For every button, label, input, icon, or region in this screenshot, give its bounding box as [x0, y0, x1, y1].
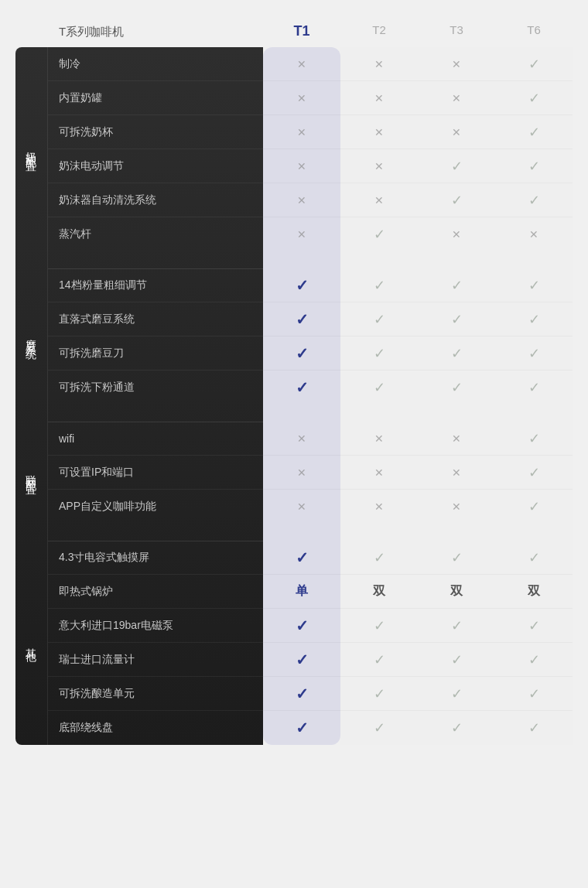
- cell-2-0-3: ✓: [495, 422, 573, 456]
- group-0: 奶沫配置制冷内置奶罐可拆洗奶杯奶沫电动调节奶沫器自动清洗系统蒸汽杆: [15, 47, 263, 251]
- cell-0-4-0: ✕: [263, 183, 340, 217]
- cell-2-2-0: ✕: [263, 490, 340, 524]
- cell-3-2-3: ✓: [495, 609, 573, 643]
- cell-0-3-0: ✕: [263, 149, 340, 183]
- model-header-t2: T2: [340, 23, 418, 39]
- cell-1-2-1: ✓: [340, 336, 418, 371]
- comparison-table: T系列咖啡机 T1T2T3T6 奶沫配置制冷内置奶罐可拆洗奶杯奶沫电动调节奶沫器…: [15, 23, 573, 745]
- feature-row-3-5: 底部绕线盘: [48, 711, 263, 745]
- model-col-t3: ✕✕✕✓✓✕✓✓✓✓✕✕✕✓双✓✓✓✓: [418, 47, 495, 745]
- feature-row-1-3: 可拆洗下粉通道: [48, 371, 263, 405]
- cell-0-0-1: ✕: [340, 47, 418, 81]
- group-2: 联网配置wifi可设置IP和端口APP自定义咖啡功能: [15, 422, 263, 524]
- cell-1-0-3: ✓: [495, 268, 573, 302]
- cell-3-1-2: 双: [418, 575, 495, 609]
- feature-row-1-2: 可拆洗磨豆刀: [48, 336, 263, 371]
- cell-3-3-3: ✓: [495, 643, 573, 677]
- cell-0-5-3: ✕: [495, 217, 573, 251]
- cell-0-1-1: ✕: [340, 81, 418, 115]
- category-label-3: 其他: [15, 541, 48, 745]
- cell-3-1-0: 单: [263, 575, 340, 609]
- cell-3-1-3: 双: [495, 575, 573, 609]
- cell-2-2-1: ✕: [340, 490, 418, 524]
- cell-0-4-3: ✓: [495, 183, 573, 217]
- features-col-3: 4.3寸电容式触摸屏即热式锅炉意大利进口19bar电磁泵瑞士进口流量计可拆洗酿造…: [48, 541, 263, 745]
- cell-0-3-3: ✓: [495, 149, 573, 183]
- cell-3-2-1: ✓: [340, 609, 418, 643]
- model-header-t6: T6: [495, 23, 573, 39]
- cell-3-3-1: ✓: [340, 643, 418, 677]
- feature-row-3-3: 瑞士进口流量计: [48, 643, 263, 677]
- feature-row-1-0: 14档粉量粗细调节: [48, 268, 263, 302]
- cell-3-0-0: ✓: [263, 541, 340, 575]
- cell-2-2-2: ✕: [418, 490, 495, 524]
- feature-row-0-1: 内置奶罐: [48, 81, 263, 115]
- cell-2-1-3: ✓: [495, 456, 573, 490]
- cell-3-2-0: ✓: [263, 609, 340, 643]
- table-body: 奶沫配置制冷内置奶罐可拆洗奶杯奶沫电动调节奶沫器自动清洗系统蒸汽杆磨豆系统14档…: [15, 47, 573, 745]
- cell-2-1-0: ✕: [263, 456, 340, 490]
- cell-1-0-0: ✓: [263, 268, 340, 302]
- cell-1-3-1: ✓: [340, 371, 418, 405]
- cell-2-1-2: ✕: [418, 456, 495, 490]
- feature-row-2-1: 可设置IP和端口: [48, 456, 263, 490]
- cell-0-3-1: ✕: [340, 149, 418, 183]
- cell-1-1-0: ✓: [263, 302, 340, 336]
- cell-1-0-1: ✓: [340, 268, 418, 302]
- cell-0-5-2: ✕: [418, 217, 495, 251]
- header-models: T1T2T3T6: [263, 23, 573, 39]
- category-label-0: 奶沫配置: [15, 47, 48, 251]
- group-3: 其他4.3寸电容式触摸屏即热式锅炉意大利进口19bar电磁泵瑞士进口流量计可拆洗…: [15, 541, 263, 745]
- features-col-2: wifi可设置IP和端口APP自定义咖啡功能: [48, 422, 263, 524]
- model-header-t1: T1: [263, 23, 340, 39]
- cell-2-0-2: ✕: [418, 422, 495, 456]
- cell-1-3-0: ✓: [263, 371, 340, 405]
- feature-row-2-0: wifi: [48, 422, 263, 456]
- cell-3-5-0: ✓: [263, 711, 340, 745]
- cell-1-1-2: ✓: [418, 302, 495, 336]
- feature-row-0-0: 制冷: [48, 47, 263, 81]
- cell-0-5-0: ✕: [263, 217, 340, 251]
- cell-0-3-2: ✓: [418, 149, 495, 183]
- cell-0-4-1: ✕: [340, 183, 418, 217]
- header-row: T系列咖啡机 T1T2T3T6: [15, 23, 573, 47]
- cell-0-1-2: ✕: [418, 81, 495, 115]
- cell-1-2-2: ✓: [418, 336, 495, 371]
- cell-0-0-0: ✕: [263, 47, 340, 81]
- cell-3-3-0: ✓: [263, 643, 340, 677]
- cell-3-5-2: ✓: [418, 711, 495, 745]
- cell-3-5-1: ✓: [340, 711, 418, 745]
- cell-0-2-0: ✕: [263, 115, 340, 149]
- cell-0-2-3: ✓: [495, 115, 573, 149]
- left-panel: 奶沫配置制冷内置奶罐可拆洗奶杯奶沫电动调节奶沫器自动清洗系统蒸汽杆磨豆系统14档…: [15, 47, 263, 745]
- cell-0-5-1: ✓: [340, 217, 418, 251]
- group-1: 磨豆系统14档粉量粗细调节直落式磨豆系统可拆洗磨豆刀可拆洗下粉通道: [15, 268, 263, 405]
- cell-3-0-1: ✓: [340, 541, 418, 575]
- cell-2-0-0: ✕: [263, 422, 340, 456]
- features-col-0: 制冷内置奶罐可拆洗奶杯奶沫电动调节奶沫器自动清洗系统蒸汽杆: [48, 47, 263, 251]
- model-col-t2: ✕✕✕✕✕✓✓✓✓✓✕✕✕✓双✓✓✓✓: [340, 47, 418, 745]
- cell-1-3-2: ✓: [418, 371, 495, 405]
- model-col-t1: ✕✕✕✕✕✕✓✓✓✓✕✕✕✓单✓✓✓✓: [263, 47, 340, 745]
- right-panel: ✕✕✕✕✕✕✓✓✓✓✕✕✕✓单✓✓✓✓✕✕✕✕✕✓✓✓✓✓✕✕✕✓双✓✓✓✓✕✕…: [263, 47, 573, 745]
- cell-2-0-1: ✕: [340, 422, 418, 456]
- cell-3-4-3: ✓: [495, 677, 573, 711]
- feature-row-0-4: 奶沫器自动清洗系统: [48, 183, 263, 217]
- cell-2-1-1: ✕: [340, 456, 418, 490]
- cell-3-1-1: 双: [340, 575, 418, 609]
- feature-row-3-0: 4.3寸电容式触摸屏: [48, 541, 263, 575]
- model-header-t3: T3: [418, 23, 495, 39]
- cell-3-0-3: ✓: [495, 541, 573, 575]
- cell-3-3-2: ✓: [418, 643, 495, 677]
- cell-1-2-3: ✓: [495, 336, 573, 371]
- cell-0-1-0: ✕: [263, 81, 340, 115]
- cell-1-1-1: ✓: [340, 302, 418, 336]
- cell-0-4-2: ✓: [418, 183, 495, 217]
- cell-3-5-3: ✓: [495, 711, 573, 745]
- feature-row-3-1: 即热式锅炉: [48, 575, 263, 609]
- features-col-1: 14档粉量粗细调节直落式磨豆系统可拆洗磨豆刀可拆洗下粉通道: [48, 268, 263, 405]
- feature-row-3-4: 可拆洗酿造单元: [48, 677, 263, 711]
- feature-row-1-1: 直落式磨豆系统: [48, 302, 263, 336]
- feature-row-0-3: 奶沫电动调节: [48, 149, 263, 183]
- category-label-2: 联网配置: [15, 422, 48, 524]
